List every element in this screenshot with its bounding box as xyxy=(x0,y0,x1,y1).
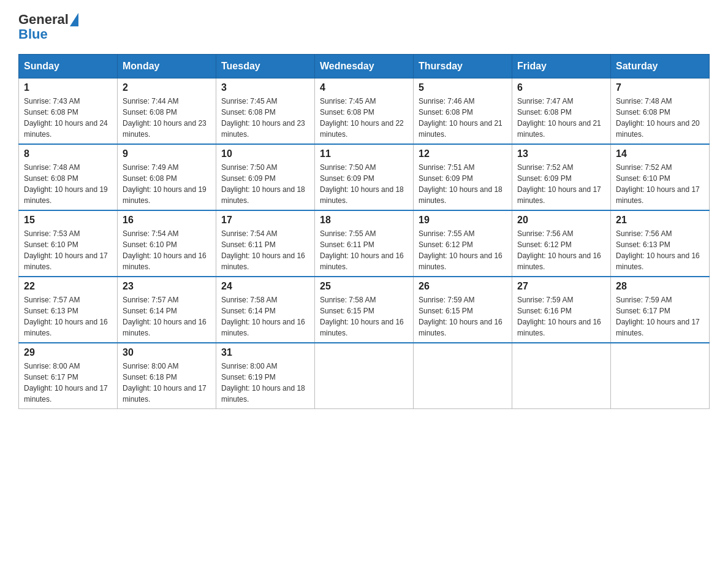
day-number: 12 xyxy=(419,148,507,159)
day-number: 14 xyxy=(616,148,704,159)
day-info: Sunrise: 7:55 AM Sunset: 6:11 PM Dayligh… xyxy=(320,228,408,272)
calendar-header-tuesday: Tuesday xyxy=(216,55,315,79)
calendar-header-friday: Friday xyxy=(512,55,611,79)
day-number: 16 xyxy=(123,215,211,226)
day-info: Sunrise: 7:51 AM Sunset: 6:09 PM Dayligh… xyxy=(419,162,507,206)
calendar-cell: 15 Sunrise: 7:53 AM Sunset: 6:10 PM Dayl… xyxy=(19,210,118,277)
calendar-cell: 26 Sunrise: 7:59 AM Sunset: 6:15 PM Dayl… xyxy=(414,277,512,343)
calendar-cell: 14 Sunrise: 7:52 AM Sunset: 6:10 PM Dayl… xyxy=(611,144,710,210)
day-info: Sunrise: 7:50 AM Sunset: 6:09 PM Dayligh… xyxy=(221,162,309,206)
day-number: 24 xyxy=(221,281,309,292)
calendar-header-monday: Monday xyxy=(118,55,216,79)
day-number: 7 xyxy=(616,82,704,93)
day-number: 19 xyxy=(419,215,507,226)
day-number: 20 xyxy=(517,215,605,226)
calendar-cell: 8 Sunrise: 7:48 AM Sunset: 6:08 PM Dayli… xyxy=(19,144,118,210)
day-info: Sunrise: 7:55 AM Sunset: 6:12 PM Dayligh… xyxy=(419,228,507,272)
day-number: 28 xyxy=(616,281,704,292)
day-number: 29 xyxy=(24,347,112,358)
day-info: Sunrise: 7:59 AM Sunset: 6:17 PM Dayligh… xyxy=(616,294,704,339)
day-info: Sunrise: 8:00 AM Sunset: 6:17 PM Dayligh… xyxy=(24,361,112,405)
day-number: 8 xyxy=(24,148,112,159)
day-info: Sunrise: 8:00 AM Sunset: 6:19 PM Dayligh… xyxy=(221,361,309,405)
calendar-cell: 16 Sunrise: 7:54 AM Sunset: 6:10 PM Dayl… xyxy=(118,210,216,277)
calendar-cell: 2 Sunrise: 7:44 AM Sunset: 6:08 PM Dayli… xyxy=(118,79,216,145)
calendar-cell: 30 Sunrise: 8:00 AM Sunset: 6:18 PM Dayl… xyxy=(118,343,216,409)
day-number: 30 xyxy=(123,347,211,358)
day-number: 13 xyxy=(517,148,605,159)
day-info: Sunrise: 7:46 AM Sunset: 6:08 PM Dayligh… xyxy=(419,96,507,140)
logo-blue: Blue xyxy=(18,27,48,42)
day-number: 4 xyxy=(320,82,408,93)
day-number: 11 xyxy=(320,148,408,159)
calendar-table: SundayMondayTuesdayWednesdayThursdayFrid… xyxy=(18,54,710,409)
day-info: Sunrise: 7:44 AM Sunset: 6:08 PM Dayligh… xyxy=(123,96,211,140)
calendar-cell: 1 Sunrise: 7:43 AM Sunset: 6:08 PM Dayli… xyxy=(19,79,118,145)
calendar-cell: 31 Sunrise: 8:00 AM Sunset: 6:19 PM Dayl… xyxy=(216,343,315,409)
calendar-cell: 20 Sunrise: 7:56 AM Sunset: 6:12 PM Dayl… xyxy=(512,210,611,277)
day-number: 31 xyxy=(221,347,309,358)
day-info: Sunrise: 7:45 AM Sunset: 6:08 PM Dayligh… xyxy=(320,96,408,140)
day-info: Sunrise: 7:59 AM Sunset: 6:16 PM Dayligh… xyxy=(517,294,605,339)
day-info: Sunrise: 7:58 AM Sunset: 6:15 PM Dayligh… xyxy=(320,294,408,339)
calendar-cell: 25 Sunrise: 7:58 AM Sunset: 6:15 PM Dayl… xyxy=(315,277,414,343)
day-info: Sunrise: 7:45 AM Sunset: 6:08 PM Dayligh… xyxy=(221,96,309,140)
calendar-week-row: 1 Sunrise: 7:43 AM Sunset: 6:08 PM Dayli… xyxy=(19,79,710,145)
day-number: 9 xyxy=(123,148,211,159)
calendar-cell xyxy=(414,343,512,409)
day-info: Sunrise: 7:43 AM Sunset: 6:08 PM Dayligh… xyxy=(24,96,112,140)
day-number: 23 xyxy=(123,281,211,292)
day-info: Sunrise: 8:00 AM Sunset: 6:18 PM Dayligh… xyxy=(123,361,211,405)
calendar-cell: 28 Sunrise: 7:59 AM Sunset: 6:17 PM Dayl… xyxy=(611,277,710,343)
day-info: Sunrise: 7:52 AM Sunset: 6:09 PM Dayligh… xyxy=(517,162,605,206)
day-info: Sunrise: 7:56 AM Sunset: 6:12 PM Dayligh… xyxy=(517,228,605,272)
day-info: Sunrise: 7:50 AM Sunset: 6:09 PM Dayligh… xyxy=(320,162,408,206)
day-info: Sunrise: 7:59 AM Sunset: 6:15 PM Dayligh… xyxy=(419,294,507,339)
day-number: 17 xyxy=(221,215,309,226)
logo-triangle-icon xyxy=(70,13,78,26)
day-number: 27 xyxy=(517,281,605,292)
day-info: Sunrise: 7:53 AM Sunset: 6:10 PM Dayligh… xyxy=(24,228,112,272)
day-number: 25 xyxy=(320,281,408,292)
calendar-header-thursday: Thursday xyxy=(414,55,512,79)
day-info: Sunrise: 7:56 AM Sunset: 6:13 PM Dayligh… xyxy=(616,228,704,272)
calendar-cell xyxy=(315,343,414,409)
calendar-cell: 7 Sunrise: 7:48 AM Sunset: 6:08 PM Dayli… xyxy=(611,79,710,145)
day-info: Sunrise: 7:57 AM Sunset: 6:13 PM Dayligh… xyxy=(24,294,112,339)
day-number: 2 xyxy=(123,82,211,93)
calendar-cell: 6 Sunrise: 7:47 AM Sunset: 6:08 PM Dayli… xyxy=(512,79,611,145)
calendar-cell: 10 Sunrise: 7:50 AM Sunset: 6:09 PM Dayl… xyxy=(216,144,315,210)
calendar-cell: 18 Sunrise: 7:55 AM Sunset: 6:11 PM Dayl… xyxy=(315,210,414,277)
calendar-week-row: 15 Sunrise: 7:53 AM Sunset: 6:10 PM Dayl… xyxy=(19,210,710,277)
calendar-cell: 21 Sunrise: 7:56 AM Sunset: 6:13 PM Dayl… xyxy=(611,210,710,277)
calendar-week-row: 8 Sunrise: 7:48 AM Sunset: 6:08 PM Dayli… xyxy=(19,144,710,210)
day-number: 15 xyxy=(24,215,112,226)
logo-general: General xyxy=(18,12,69,27)
calendar-cell: 5 Sunrise: 7:46 AM Sunset: 6:08 PM Dayli… xyxy=(414,79,512,145)
calendar-cell: 13 Sunrise: 7:52 AM Sunset: 6:09 PM Dayl… xyxy=(512,144,611,210)
calendar-cell xyxy=(611,343,710,409)
day-info: Sunrise: 7:48 AM Sunset: 6:08 PM Dayligh… xyxy=(24,162,112,206)
day-number: 1 xyxy=(24,82,112,93)
day-info: Sunrise: 7:52 AM Sunset: 6:10 PM Dayligh… xyxy=(616,162,704,206)
calendar-cell: 29 Sunrise: 8:00 AM Sunset: 6:17 PM Dayl… xyxy=(19,343,118,409)
calendar-cell: 17 Sunrise: 7:54 AM Sunset: 6:11 PM Dayl… xyxy=(216,210,315,277)
day-number: 3 xyxy=(221,82,309,93)
day-info: Sunrise: 7:57 AM Sunset: 6:14 PM Dayligh… xyxy=(123,294,211,339)
calendar-cell: 9 Sunrise: 7:49 AM Sunset: 6:08 PM Dayli… xyxy=(118,144,216,210)
day-number: 26 xyxy=(419,281,507,292)
calendar-header-row: SundayMondayTuesdayWednesdayThursdayFrid… xyxy=(19,55,710,79)
day-info: Sunrise: 7:48 AM Sunset: 6:08 PM Dayligh… xyxy=(616,96,704,140)
day-number: 18 xyxy=(320,215,408,226)
calendar-header-saturday: Saturday xyxy=(611,55,710,79)
calendar-header-wednesday: Wednesday xyxy=(315,55,414,79)
day-info: Sunrise: 7:49 AM Sunset: 6:08 PM Dayligh… xyxy=(123,162,211,206)
calendar-week-row: 29 Sunrise: 8:00 AM Sunset: 6:17 PM Dayl… xyxy=(19,343,710,409)
day-number: 22 xyxy=(24,281,112,292)
day-info: Sunrise: 7:47 AM Sunset: 6:08 PM Dayligh… xyxy=(517,96,605,140)
page-header: General Blue xyxy=(18,12,710,42)
day-info: Sunrise: 7:54 AM Sunset: 6:10 PM Dayligh… xyxy=(123,228,211,272)
day-info: Sunrise: 7:58 AM Sunset: 6:14 PM Dayligh… xyxy=(221,294,309,339)
calendar-cell: 19 Sunrise: 7:55 AM Sunset: 6:12 PM Dayl… xyxy=(414,210,512,277)
calendar-cell xyxy=(512,343,611,409)
